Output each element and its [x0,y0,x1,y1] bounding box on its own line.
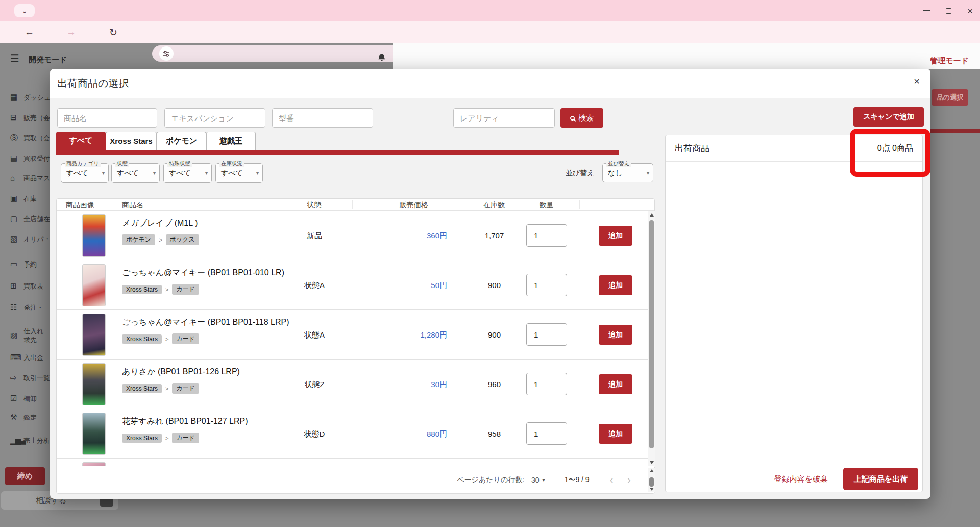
tab-search-button[interactable]: ⌄ [14,4,35,17]
mini-scroll-down-icon[interactable] [650,488,654,491]
filter-select-2[interactable]: 状態すべて▾ [111,163,160,183]
sidebar-item-label: 鑑定 [23,413,37,422]
cart-header: 出荷商品 0点 0商品 [666,135,922,162]
reload-button[interactable]: ↻ [109,21,117,43]
tab-1[interactable]: すべて [56,132,106,150]
window-maximize-button[interactable] [946,8,951,14]
filter-select-3[interactable]: 特殊状態すべて▾ [163,163,212,183]
rarity-input[interactable] [453,108,555,128]
ship-button[interactable]: 上記商品を出荷 [843,468,918,490]
window-minimize-button[interactable] [923,10,930,11]
sidebar-item-7[interactable]: ▢全店舗在 [0,214,50,223]
quantity-input[interactable] [526,422,567,445]
back-button[interactable]: ← [24,21,34,43]
footer-mini-scrollbar[interactable] [648,468,655,492]
sidebar-item-11[interactable]: ☷発注・ [0,303,50,312]
filter-select-1[interactable]: 商品カテゴリすべて▾ [61,163,109,183]
add-button[interactable]: 追加 [599,226,632,246]
table-scrollbar[interactable] [648,211,655,467]
add-button[interactable]: 追加 [599,374,632,394]
hamburger-menu-icon[interactable]: ☰ [10,52,19,64]
scrollbar-thumb[interactable] [649,220,654,448]
filter-value: すべて [66,169,88,178]
sidebar-item-16[interactable]: ⚒鑑定 [0,413,50,422]
expansion-input[interactable] [164,108,265,128]
sidebar-item-label: 入出金 [23,353,43,362]
cart-title: 出荷商品 [675,142,709,154]
quantity-input[interactable] [526,224,567,247]
tab-2[interactable]: Xross Stars [106,132,157,150]
sidebar-item-12[interactable]: ▨仕入れ求先 [0,327,50,344]
mini-scroll-up-icon[interactable] [650,469,654,472]
category-chip: カード [172,383,199,394]
sidebar-item-6[interactable]: ▣在庫 [0,194,50,203]
search-button[interactable]: 検索 [560,108,603,128]
mini-scrollbar-thumb[interactable] [649,477,654,487]
scan-add-button[interactable]: スキャンで追加 [853,107,924,127]
sidebar-item-17[interactable]: ▁▅▃売上分析 [0,436,50,445]
sidebar-item-label: 買取（会 [23,134,50,142]
window-close-button[interactable]: × [967,6,973,16]
sidebar-item-3[interactable]: Ⓢ買取（会 [0,133,50,143]
tab-3[interactable]: ポケモン [157,132,206,150]
sidebar-item-9[interactable]: ▭予約 [0,259,50,269]
scroll-down-icon[interactable] [650,461,654,464]
sidebar-item-2[interactable]: ⊟販売（会 [0,113,50,122]
dropdown-arrow-icon: ▾ [153,170,156,176]
table-row: 花芽すみれ (BP01 BP01-127 LRP)Xross Stars>カード… [57,409,648,459]
rows-per-page-value[interactable]: 30 [531,476,540,484]
price-link[interactable]: 1,280円 [353,330,447,340]
search-button-label: 検索 [578,113,594,123]
quantity-input[interactable] [526,373,567,395]
buyback-reception-icon: ▤ [10,154,23,163]
sidebar-item-4[interactable]: ▤買取受付 [0,154,50,163]
sidebar-item-13[interactable]: ⌨入出金 [0,353,50,362]
cart-footer: 登録内容を破棄 上記商品を出荷 [666,466,922,492]
price-link[interactable]: 360円 [353,231,447,241]
sidebar-item-1[interactable]: ▦ダッシュ [0,92,50,102]
quantity-input[interactable] [526,323,567,346]
scroll-up-icon[interactable] [650,213,654,217]
add-button[interactable]: 追加 [599,325,632,345]
category-breadcrumb: ポケモン>ボックス [122,234,199,245]
table-footer: ページあたりの行数: 30 ▾ 1〜9 / 9 ‹ › [57,466,654,493]
chip-separator: > [159,237,162,243]
filter-label: 商品カテゴリ [65,160,101,167]
price-link[interactable]: 50円 [353,281,447,291]
notification-bell-icon[interactable] [377,53,387,65]
price-link[interactable]: 880円 [353,429,447,439]
next-page-button[interactable]: › [627,474,631,486]
sidebar-item-5[interactable]: ⌂商品マス [0,174,50,182]
sidebar-item-10[interactable]: ⊞買取表 [0,281,50,291]
prev-page-button[interactable]: ‹ [610,474,614,486]
modal-title: 出荷商品の選択 [57,77,129,90]
category-chip: Xross Stars [122,285,162,294]
tab-4[interactable]: 遊戯王 [206,132,256,150]
filter-select-4[interactable]: 在庫状況すべて▾ [215,163,263,183]
category-chip: カード [172,433,199,443]
discard-button[interactable]: 登録内容を破棄 [774,474,828,484]
add-button[interactable]: 追加 [599,275,632,295]
table-body: メガブレイブ (M1L )ポケモン>ボックス新品360円1,707追加ごっちゃん… [57,211,648,467]
sidebar-item-8[interactable]: ▧オリパ・ [0,234,50,244]
sidebar-item-15[interactable]: ☑棚卸 [0,394,50,403]
pagination-range: 1〜9 / 9 [565,475,590,485]
modal-close-icon[interactable]: × [914,75,920,87]
model-number-input[interactable] [272,108,373,128]
closing-button[interactable]: 締め [5,467,45,485]
forward-button[interactable]: → [66,21,76,43]
site-settings-button[interactable] [159,46,174,61]
table-row: メガブレイブ (M1L )ポケモン>ボックス新品360円1,707追加 [57,211,648,260]
price-link[interactable]: 30円 [353,380,447,390]
col-header-name: 商品名 [112,200,276,209]
product-image [82,363,106,405]
rows-per-page-arrow-icon[interactable]: ▾ [543,477,545,483]
condition-text: 状態Z [276,380,353,390]
order-icon: ☷ [10,303,23,312]
sidebar-item-14[interactable]: ⇨取引一覧 [0,373,50,382]
product-name: メガブレイブ (M1L ) [122,218,198,229]
sort-select[interactable]: 並び替え なし ▾ [602,163,653,182]
quantity-input[interactable] [526,274,567,296]
add-button[interactable]: 追加 [599,424,632,444]
product-name-input[interactable] [57,108,157,128]
